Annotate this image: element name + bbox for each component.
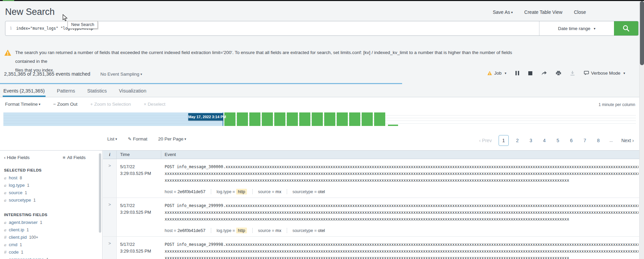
timeline-bar[interactable] [224, 112, 235, 126]
caret-down-icon: ▾ [623, 71, 625, 75]
page-scrollbar-thumb[interactable] [640, 1, 644, 65]
timeline-bar[interactable] [274, 112, 285, 126]
tab-statistics[interactable]: Statistics [87, 84, 108, 97]
page-2[interactable]: 2 [511, 138, 524, 143]
field-link[interactable]: host [9, 175, 18, 180]
tab-visualization[interactable]: Visualization [118, 84, 147, 97]
event-raw-text[interactable]: POST info_message_299999.xxxxxxxxxxxxxxx… [165, 202, 639, 223]
timeline-bar[interactable] [349, 112, 360, 126]
field-link[interactable]: component.name [9, 257, 44, 259]
job-menu[interactable]: Job▾ [487, 71, 506, 76]
field-link[interactable]: cmd [9, 242, 18, 247]
field-link[interactable]: code [9, 250, 19, 255]
event-raw-text[interactable]: POST info_message_300000.xxxxxxxxxxxxxxx… [165, 163, 639, 184]
per-page-dropdown[interactable]: 20 Per Page▾ [158, 136, 186, 141]
search-line-number: 1 [5, 21, 16, 35]
pencil-icon: ✎ [128, 136, 132, 141]
page-8[interactable]: 8 [592, 138, 605, 143]
event-field-sourcetype[interactable]: sourcetype = otel [287, 228, 330, 233]
event-raw-text[interactable]: POST info_message_299998.xxxxxxxxxxxxxxx… [165, 241, 639, 259]
field-link[interactable]: sourcetype [9, 198, 31, 203]
event-field-source[interactable]: source = mx [252, 228, 287, 233]
warning-banner: The search you ran returned a number of … [4, 48, 514, 75]
timeline-bar-small[interactable] [388, 125, 398, 126]
event-field-sourcetype[interactable]: sourcetype = otel [287, 189, 330, 194]
event-field-host[interactable]: host = 2e6f0b41de57 [165, 228, 211, 233]
create-table-view-button[interactable]: Create Table View [524, 9, 562, 15]
export-button[interactable] [570, 71, 575, 76]
field-link[interactable]: log.type [9, 183, 25, 188]
hover-tooltip: New Search [67, 21, 98, 29]
print-button[interactable] [556, 71, 561, 76]
field-count: 100+ [29, 235, 38, 240]
all-fields-button[interactable]: ≡All Fields [63, 155, 86, 160]
timeline-chart[interactable]: May 17, 2022 3:14 PM [3, 112, 636, 126]
field-link[interactable]: client.pid [9, 235, 27, 240]
splunk-search-page: New Search Save As▾ Create Table View Cl… [0, 0, 644, 259]
search-mode-dropdown[interactable]: Verbose Mode▾ [584, 71, 625, 76]
format-timeline-dropdown[interactable]: Format Timeline▾ [5, 102, 40, 107]
timeline-bar[interactable] [362, 112, 373, 126]
page-1-current[interactable]: 1 [499, 135, 509, 146]
save-as-button[interactable]: Save As▾ [493, 9, 513, 15]
timeline-bar[interactable] [337, 112, 348, 126]
list-view-dropdown[interactable]: List▾ [107, 136, 117, 141]
field-link[interactable]: source [9, 190, 23, 195]
date-range-picker[interactable]: Date time range▾ [539, 21, 614, 35]
search-button[interactable] [614, 21, 638, 35]
chevron-left-icon: ‹ [4, 155, 6, 160]
event-info-cell: > [103, 237, 117, 259]
job-bar-controls: Job▾ Verbose Mode▾ [487, 71, 625, 76]
event-field-host[interactable]: host = 2e6f0b41de57 [165, 189, 211, 194]
deselect-button[interactable]: × Deselect [144, 102, 165, 107]
timeline-controls: Format Timeline▾ − Zoom Out + Zoom to Se… [5, 102, 165, 107]
share-button[interactable] [541, 71, 547, 76]
expand-event-icon[interactable]: > [103, 163, 116, 168]
page-6[interactable]: 6 [565, 138, 578, 143]
pause-button[interactable] [515, 71, 519, 75]
timeline-bar[interactable] [312, 112, 323, 126]
timeline-bar[interactable] [374, 112, 385, 126]
timeline-bar[interactable] [237, 112, 248, 126]
timeline-bar[interactable] [324, 112, 335, 126]
tab-events[interactable]: Events (2,351,365) [3, 84, 46, 97]
page-scrollbar[interactable] [639, 1, 644, 259]
format-button[interactable]: ✎Format [128, 136, 147, 141]
stop-button[interactable] [528, 71, 532, 75]
timeline-bar[interactable] [262, 112, 273, 126]
results-toolbar: List▾ ✎Format 20 Per Page▾ [107, 136, 186, 141]
field-type-icon: a [4, 182, 9, 189]
zoom-out-button[interactable]: − Zoom Out [53, 102, 78, 107]
tab-patterns[interactable]: Patterns [56, 84, 76, 97]
field-type-icon: # [4, 249, 9, 256]
page-4[interactable]: 4 [538, 138, 551, 143]
event-field-logtype[interactable]: log.type = http [211, 189, 252, 194]
event-field-logtype[interactable]: log.type = http [211, 228, 252, 233]
close-button[interactable]: Close [574, 9, 586, 15]
caret-down-icon: ▾ [594, 27, 595, 30]
job-bar-left: 2,351,365 of 2,351,365 events matched No… [4, 71, 142, 77]
sidebar-scrollbar-thumb[interactable] [99, 153, 101, 233]
events-main-panel: Format Timeline▾ − Zoom Out + Zoom to Se… [0, 97, 639, 259]
next-page-button[interactable]: Next › [621, 138, 634, 143]
field-link[interactable]: agent.browser [9, 220, 38, 225]
timeline-bar[interactable] [249, 112, 260, 126]
timeline-bar[interactable] [287, 112, 298, 126]
field-link[interactable]: client.ip [9, 227, 24, 232]
field-count: 8 [20, 176, 22, 180]
hide-fields-button[interactable]: ‹ Hide Fields [4, 155, 30, 160]
page-7[interactable]: 7 [578, 138, 592, 143]
page-5[interactable]: 5 [551, 138, 565, 143]
prev-page-button[interactable]: ‹ Prev [479, 138, 492, 143]
expand-event-icon[interactable]: > [103, 241, 116, 246]
page-3[interactable]: 3 [524, 138, 538, 143]
event-sampling-dropdown[interactable]: No Event Sampling▾ [101, 72, 142, 77]
header-actions: Save As▾ Create Table View Close [493, 9, 586, 15]
zoom-to-selection-button[interactable]: + Zoom to Selection [90, 102, 131, 107]
event-field-source[interactable]: source = mx [252, 189, 287, 194]
list-icon: ≡ [63, 155, 65, 160]
x-icon: × [144, 102, 146, 107]
expand-event-icon[interactable]: > [103, 202, 116, 207]
timeline-bar[interactable] [299, 112, 310, 126]
warning-message: The search you ran returned a number of … [15, 48, 514, 75]
